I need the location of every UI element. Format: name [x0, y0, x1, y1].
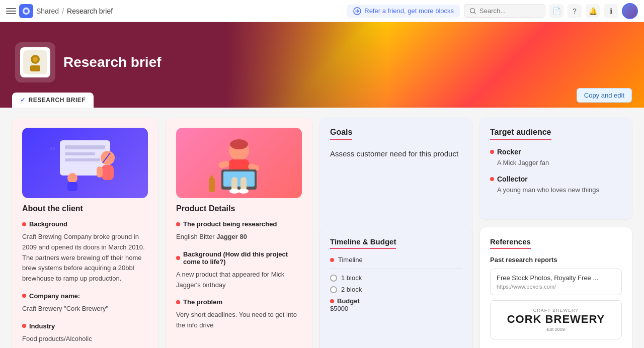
ref-url-0: https://www.pexels.com/ [497, 284, 615, 290]
timeline-budget-card: Timeline & Budget Timeline 1 block 2 blo… [320, 227, 472, 348]
avatar[interactable] [622, 3, 638, 19]
research-brief-tab[interactable]: ✓ RESEARCH BRIEF [12, 93, 94, 108]
page-header: Research brief ✓ RESEARCH BRIEF Copy and… [0, 22, 644, 108]
product-background-text: A new product that appeared for Mick Jag… [176, 270, 302, 291]
background-text: Craft Brewing Company broke ground in 20… [22, 232, 148, 284]
dot-p1 [176, 222, 180, 226]
goals-text: Assess customer need for this product [330, 148, 462, 160]
svg-rect-23 [218, 160, 230, 168]
dot-t1 [330, 258, 334, 262]
problem-text: Very short deadlines. You need to get in… [176, 310, 302, 331]
refer-button[interactable]: Refer a friend, get more blocks [347, 5, 460, 18]
block-1-row[interactable]: 1 block [330, 274, 462, 282]
audience-item-1: Collector A young man who loves new thin… [490, 175, 622, 195]
svg-point-7 [33, 57, 38, 62]
ref-title-0: Free Stock Photos, Royalty Free ... [497, 274, 615, 282]
product-name-label: The product being researched [176, 220, 302, 228]
dot-icon2 [22, 294, 26, 298]
top-navigation: Shared / Research brief Refer a friend, … [0, 0, 644, 22]
svg-rect-18 [67, 182, 77, 191]
breadcrumb-current: Research brief [67, 7, 113, 15]
audience-name-1: Collector [490, 175, 622, 183]
copy-edit-button[interactable]: Copy and edit [577, 88, 632, 103]
svg-text:": " [50, 143, 55, 161]
svg-rect-14 [97, 166, 103, 178]
block-2-row[interactable]: 2 block [330, 286, 462, 293]
header-content: Research brief [0, 22, 644, 103]
breadcrumb-separator: / [62, 7, 64, 15]
menu-icon[interactable] [6, 6, 16, 16]
search-box[interactable] [464, 4, 545, 18]
product-name-section: The product being researched English Bit… [176, 220, 302, 242]
svg-point-1 [24, 9, 28, 13]
audience-desc-0: A Mick Jagger fan [490, 158, 622, 168]
timeline-row: Timeline [330, 256, 462, 264]
client-card-title: About the client [22, 204, 148, 213]
cork-brewery-card: CRAFT BREWERY CORK BREWERY ·Est 2009· [490, 300, 622, 339]
svg-point-30 [238, 189, 249, 194]
block-2-radio[interactable] [330, 286, 337, 293]
block-1-radio[interactable] [330, 275, 337, 282]
svg-rect-10 [65, 152, 95, 155]
company-value: Craft Brewery "Cork Brewery" [22, 304, 148, 314]
product-details-card: Product Details The product being resear… [166, 118, 312, 348]
budget-value: $5000 [330, 305, 462, 312]
industry-value: Food products/Alcoholic [22, 334, 148, 344]
info-icon[interactable]: ℹ [604, 4, 618, 18]
references-header: References [490, 237, 531, 249]
dot-icon3 [22, 324, 26, 328]
dot-a1 [490, 150, 494, 154]
tab-check-icon: ✓ [20, 97, 26, 104]
industry-label: Industry [22, 322, 148, 330]
svg-rect-26 [223, 171, 255, 187]
audience-item-0: Rocker A Mick Jagger fan [490, 148, 622, 168]
svg-rect-9 [65, 145, 105, 149]
budget-label: Budget [337, 297, 360, 305]
svg-point-29 [229, 189, 239, 194]
svg-rect-31 [209, 178, 215, 192]
client-background-section: Background Craft Brewing Company broke g… [22, 220, 148, 284]
problem-label: The problem [176, 298, 302, 306]
notifications-icon[interactable]: 🔔 [586, 4, 600, 18]
svg-rect-11 [65, 158, 100, 161]
company-label: Company name: [22, 292, 148, 300]
ref-link-0[interactable]: Free Stock Photos, Royalty Free ... http… [490, 269, 622, 295]
product-background-label: Background (How did this project come to… [176, 250, 302, 266]
product-problem-section: The problem Very short deadlines. You ne… [176, 298, 302, 331]
svg-rect-6 [30, 65, 40, 71]
cork-small-text: CRAFT BREWERY [498, 308, 614, 313]
search-icon [469, 8, 476, 15]
dot-p3 [176, 300, 180, 304]
product-card-title: Product Details [176, 204, 302, 213]
client-industry-section: Industry Food products/Alcoholic [22, 322, 148, 344]
timeline-header: Timeline & Budget [330, 237, 396, 249]
refer-label: Refer a friend, get more blocks [364, 7, 454, 15]
client-company-section: Company name: Craft Brewery "Cork Brewer… [22, 292, 148, 314]
audience-desc-1: A young man who loves new things [490, 185, 622, 195]
nav-right: 📄 ? 🔔 ℹ [464, 3, 638, 19]
docs-icon[interactable]: 📄 [549, 4, 564, 18]
references-card: References Past research reports Free St… [480, 227, 632, 348]
breadcrumb-shared[interactable]: Shared [36, 7, 59, 15]
page-title: Research brief [63, 54, 162, 70]
main-content: " " About the client Background Craft Br… [0, 108, 644, 348]
block-2-label: 2 block [341, 286, 362, 293]
dot-budget [330, 299, 334, 303]
past-research-label: Past research reports [490, 256, 622, 264]
target-header: Target audience [490, 128, 551, 140]
breadcrumb: Shared / Research brief [36, 7, 113, 15]
product-illustration [176, 128, 302, 198]
svg-rect-13 [102, 165, 114, 180]
svg-point-21 [230, 139, 248, 149]
nav-center: Refer a friend, get more blocks [347, 5, 460, 18]
search-input[interactable] [479, 7, 540, 15]
audience-name-0: Rocker [490, 148, 622, 156]
nav-left: Shared / Research brief [6, 4, 343, 18]
workspace-icon[interactable] [19, 4, 33, 18]
background-label: Background [22, 220, 148, 228]
budget-row: Budget [330, 297, 462, 305]
svg-point-17 [67, 173, 77, 183]
help-icon[interactable]: ? [568, 4, 582, 18]
tab-label: RESEARCH BRIEF [29, 97, 86, 104]
client-illustration: " " [22, 128, 148, 198]
